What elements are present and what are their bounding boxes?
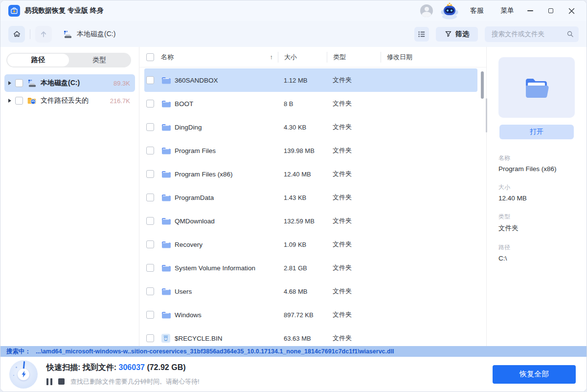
select-all-checkbox[interactable] xyxy=(146,53,154,61)
row-checkbox[interactable] xyxy=(146,170,154,178)
file-name: ProgramData xyxy=(175,194,214,201)
column-type[interactable]: 类型 xyxy=(327,52,381,63)
close-icon xyxy=(568,8,575,14)
filter-button[interactable]: 筛选 xyxy=(436,27,478,42)
table-row[interactable]: ProgramData 1.43 KB 文件夹 xyxy=(144,186,477,209)
tree-item-label: 本地磁盘(C:) xyxy=(41,79,113,87)
file-type: 文件夹 xyxy=(327,99,381,108)
toolbar: 本地磁盘(C:) 筛选 xyxy=(0,21,587,47)
table-row[interactable]: Windows 897.72 KB 文件夹 xyxy=(144,303,477,327)
table-header: 名称 ↑ 大小 类型 修改日期 xyxy=(139,47,486,67)
table-row[interactable]: Program Files (x86) 12.40 MB 文件夹 xyxy=(144,162,477,186)
table-row[interactable]: System Volume Information 2.81 GB 文件夹 xyxy=(144,256,477,280)
row-checkbox[interactable] xyxy=(146,334,154,342)
navigate-up-button[interactable] xyxy=(35,26,52,43)
tab-path[interactable]: 路径 xyxy=(7,54,69,66)
folder-icon xyxy=(161,193,171,202)
row-checkbox[interactable] xyxy=(146,217,154,225)
maximize-button[interactable] xyxy=(543,3,558,18)
file-name: System Volume Information xyxy=(175,264,255,272)
menu-link[interactable]: 菜单 xyxy=(500,6,514,15)
row-checkbox[interactable] xyxy=(146,311,154,319)
detail-field-name: 名称 Program Files (x86) xyxy=(498,154,575,173)
row-checkbox[interactable] xyxy=(146,240,154,248)
minimize-button[interactable] xyxy=(523,3,538,18)
row-checkbox[interactable] xyxy=(146,194,154,201)
tree-checkbox[interactable] xyxy=(15,97,23,105)
folder-icon xyxy=(161,216,171,226)
file-name: Program Files xyxy=(175,147,216,154)
column-size[interactable]: 大小 xyxy=(278,52,327,63)
open-button[interactable]: 打开 xyxy=(499,125,574,139)
arrow-up-icon xyxy=(40,30,47,38)
expand-arrow-icon[interactable] xyxy=(8,81,11,85)
file-type: 文件夹 xyxy=(327,310,381,319)
tree-checkbox[interactable] xyxy=(15,79,23,87)
table-row[interactable]: 360SANDBOX 1.12 MB 文件夹 xyxy=(144,68,477,92)
app-logo-icon xyxy=(8,5,20,17)
folder-icon xyxy=(161,310,171,320)
recover-all-button[interactable]: 恢复全部 xyxy=(493,365,576,384)
tree-item-local-disk[interactable]: 本地磁盘(C:) 89.3K xyxy=(4,74,135,92)
table-row[interactable]: Recovery 1.09 KB 文件夹 xyxy=(144,233,477,256)
file-name: Recovery xyxy=(175,241,203,248)
searching-label: 搜索中： xyxy=(6,348,31,356)
file-name: $RECYCLE.BIN xyxy=(175,335,223,342)
row-checkbox[interactable] xyxy=(146,264,154,272)
table-row[interactable]: BOOT 8 B 文件夹 xyxy=(144,92,477,115)
folder-icon xyxy=(161,286,171,296)
folder-preview-icon xyxy=(521,74,552,101)
panel-splitter[interactable] xyxy=(486,98,487,132)
filter-funnel-icon xyxy=(445,30,452,38)
user-avatar[interactable] xyxy=(420,4,433,17)
file-type: 文件夹 xyxy=(327,217,381,225)
row-checkbox[interactable] xyxy=(146,100,154,108)
table-row[interactable]: $RECYCLE.BIN 63.63 MB 文件夹 xyxy=(144,327,477,346)
table-row[interactable]: Users 4.68 MB 文件夹 xyxy=(144,280,477,303)
row-checkbox[interactable] xyxy=(146,123,154,131)
table-scrollbar[interactable] xyxy=(481,71,484,99)
file-type: 文件夹 xyxy=(327,334,381,343)
file-size: 132.59 MB xyxy=(278,218,327,225)
search-box[interactable] xyxy=(485,26,579,42)
sort-asc-icon[interactable]: ↑ xyxy=(270,53,273,61)
table-row[interactable]: DingDing 4.30 KB 文件夹 xyxy=(144,115,477,139)
pause-button[interactable] xyxy=(46,378,52,385)
row-checkbox[interactable] xyxy=(146,76,154,84)
tree-item-count: 89.3K xyxy=(113,80,130,87)
file-size: 12.40 MB xyxy=(278,171,327,178)
tree-item-label: 文件路径丢失的 xyxy=(41,96,110,105)
home-icon xyxy=(13,30,21,38)
main-area: 路径 类型 本地磁盘(C:) 89.3K xyxy=(0,47,587,346)
table-body: 360SANDBOX 1.12 MB 文件夹 BOOT 8 B 文件夹 xyxy=(139,67,486,346)
footer-bar: 快速扫描: 找到文件: 306037 (72.92 GB) 查找已删除文件需要几… xyxy=(0,357,587,392)
assistant-mascot-icon[interactable] xyxy=(440,2,459,20)
row-checkbox[interactable] xyxy=(146,147,154,154)
row-checkbox[interactable] xyxy=(146,287,154,295)
drive-icon xyxy=(63,29,72,39)
folder-icon xyxy=(161,122,171,132)
maximize-icon xyxy=(548,8,553,13)
folder-icon xyxy=(161,263,171,273)
column-modified[interactable]: 修改日期 xyxy=(381,52,477,63)
file-name: Windows xyxy=(175,311,202,319)
view-mode-button[interactable] xyxy=(414,27,429,42)
folder-icon xyxy=(161,99,171,109)
breadcrumb[interactable]: 本地磁盘(C:) xyxy=(63,29,115,39)
tab-type[interactable]: 类型 xyxy=(69,54,131,66)
found-count: 306037 xyxy=(119,363,145,371)
close-button[interactable] xyxy=(564,3,579,18)
tree-item-lost-path[interactable]: 文件路径丢失的 216.7K xyxy=(4,92,135,109)
customer-service-link[interactable]: 客服 xyxy=(470,6,484,15)
table-row[interactable]: Program Files 139.98 MB 文件夹 xyxy=(144,139,477,162)
column-name[interactable]: 名称 ↑ xyxy=(157,52,278,63)
detail-field-type: 类型 文件夹 xyxy=(498,213,575,233)
home-button[interactable] xyxy=(8,26,25,43)
expand-arrow-icon[interactable] xyxy=(8,99,11,103)
file-size: 897.72 KB xyxy=(278,311,327,319)
search-input[interactable] xyxy=(492,30,566,38)
file-size: 1.09 KB xyxy=(278,241,327,248)
table-row[interactable]: QMDownload 132.59 MB 文件夹 xyxy=(144,209,477,233)
stop-button[interactable] xyxy=(58,378,65,385)
file-type: 文件夹 xyxy=(327,240,381,249)
